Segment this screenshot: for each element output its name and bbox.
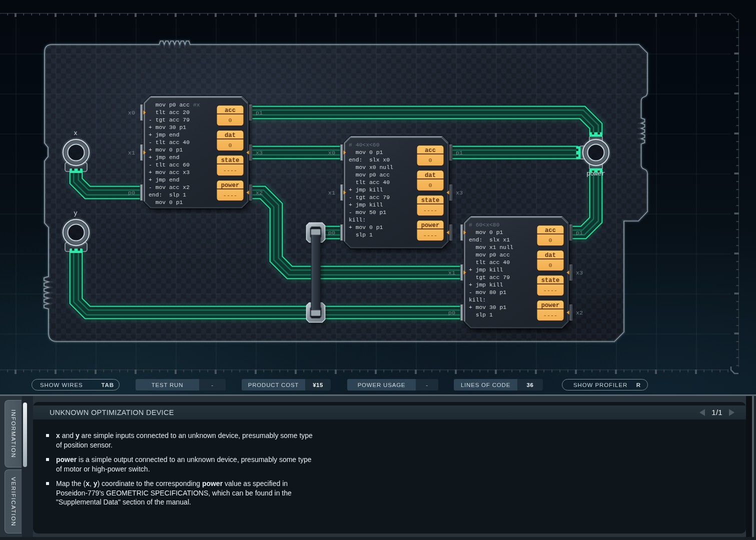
svg-text:0: 0 xyxy=(228,117,232,124)
svg-text:- mov 80 p1: - mov 80 p1 xyxy=(469,290,506,296)
svg-text:tgt acc 79: tgt acc 79 xyxy=(469,274,510,280)
svg-text:slp 1: slp 1 xyxy=(469,312,493,318)
svg-text:p1: p1 xyxy=(456,150,463,156)
svg-text:p0: p0 xyxy=(128,190,135,196)
svg-text:+ jmp kill: + jmp kill xyxy=(469,282,503,288)
svg-text:mov p0 acc #x: mov p0 acc #x xyxy=(149,102,200,108)
svg-text:acc: acc xyxy=(225,107,236,114)
svg-text:mov 0 p1: mov 0 p1 xyxy=(149,200,183,206)
svg-text:x: x xyxy=(74,130,78,137)
svg-text:- tgt acc 79: - tgt acc 79 xyxy=(349,194,390,200)
svg-text:p1: p1 xyxy=(256,110,263,116)
svg-text:- mov 50 p1: - mov 50 p1 xyxy=(349,210,386,216)
svg-text:0: 0 xyxy=(428,157,432,164)
svg-text:0: 0 xyxy=(548,262,552,269)
svg-text:x1: x1 xyxy=(328,190,335,196)
svg-text:x3: x3 xyxy=(456,190,463,196)
svg-text:x0: x0 xyxy=(128,110,135,116)
svg-text:+ mov 0 p1: + mov 0 p1 xyxy=(349,224,383,230)
svg-text:p0: p0 xyxy=(448,310,455,316)
svg-text:+ jmp end: + jmp end xyxy=(149,154,180,160)
svg-text:p0: p0 xyxy=(328,230,335,236)
svg-text:----: ---- xyxy=(223,192,237,199)
svg-text:power: power xyxy=(421,222,440,229)
svg-text:dat: dat xyxy=(545,252,556,259)
svg-text:acc: acc xyxy=(425,147,436,154)
svg-text:+ mov 0 p1: + mov 0 p1 xyxy=(149,147,183,153)
svg-text:----: ---- xyxy=(543,287,557,294)
svg-text:----: ---- xyxy=(223,167,237,174)
svg-text:mov p0 acc: mov p0 acc xyxy=(349,172,390,178)
svg-text:+ mov 30 p1: + mov 30 p1 xyxy=(469,304,506,310)
svg-text:p1: p1 xyxy=(576,230,583,236)
svg-text:x3: x3 xyxy=(256,150,263,156)
svg-text:+ jmp end: + jmp end xyxy=(149,177,180,183)
svg-text:x1: x1 xyxy=(448,270,455,276)
svg-text:# 60<x<80: # 60<x<80 xyxy=(469,222,500,228)
svg-text:+ jmp kill: + jmp kill xyxy=(469,267,503,273)
svg-text:mov 0 p1: mov 0 p1 xyxy=(469,230,503,236)
svg-text:+ jmp kill: + jmp kill xyxy=(349,202,383,208)
svg-text:power: power xyxy=(586,170,605,178)
svg-text:mov p0 acc: mov p0 acc xyxy=(469,252,510,258)
svg-text:power: power xyxy=(541,302,560,309)
svg-text:----: ---- xyxy=(423,232,437,239)
svg-text:slp 1: slp 1 xyxy=(349,232,373,238)
svg-text:+ jmp kill: + jmp kill xyxy=(349,187,383,193)
svg-text:mov x1 null: mov x1 null xyxy=(469,244,513,250)
svg-text:kill:: kill: xyxy=(349,217,366,223)
svg-text:tlt acc 40: tlt acc 40 xyxy=(469,260,510,266)
svg-text:state: state xyxy=(421,197,440,204)
svg-text:- tgt acc 79: - tgt acc 79 xyxy=(149,117,190,123)
svg-text:state: state xyxy=(221,157,240,164)
svg-text:acc: acc xyxy=(545,227,556,234)
svg-text:- mov acc x2: - mov acc x2 xyxy=(149,184,190,190)
svg-text:+ jmp end: + jmp end xyxy=(149,132,180,138)
svg-text:0: 0 xyxy=(428,182,432,189)
svg-text:0: 0 xyxy=(548,237,552,244)
svg-text:tlt acc 40: tlt acc 40 xyxy=(349,180,390,186)
svg-text:- tlt acc 40: - tlt acc 40 xyxy=(149,140,190,146)
svg-text:y: y xyxy=(74,210,78,217)
svg-text:end: slp 1: end: slp 1 xyxy=(149,192,186,198)
svg-text:+ mov acc x3: + mov acc x3 xyxy=(149,170,190,176)
svg-text:tlt acc 20: tlt acc 20 xyxy=(149,110,190,116)
svg-text:dat: dat xyxy=(225,132,236,139)
svg-text:----: ---- xyxy=(543,312,557,319)
svg-text:end: slx x1: end: slx x1 xyxy=(469,237,510,243)
svg-text:mov 0 p1: mov 0 p1 xyxy=(349,150,383,156)
svg-text:power: power xyxy=(221,182,240,189)
svg-text:- tlt acc 60: - tlt acc 60 xyxy=(149,162,190,168)
svg-text:end: slx x0: end: slx x0 xyxy=(349,157,390,163)
svg-text:# 40<x<60: # 40<x<60 xyxy=(349,142,380,148)
svg-text:kill:: kill: xyxy=(469,297,486,303)
svg-text:+ mov 30 p1: + mov 30 p1 xyxy=(149,124,186,130)
svg-text:x2: x2 xyxy=(576,310,583,316)
svg-text:x0: x0 xyxy=(328,150,335,156)
svg-text:state: state xyxy=(541,277,560,284)
svg-text:x3: x3 xyxy=(576,270,583,276)
svg-text:0: 0 xyxy=(228,142,232,149)
svg-text:mov x0 null: mov x0 null xyxy=(349,164,393,170)
svg-text:dat: dat xyxy=(425,172,436,179)
svg-text:x2: x2 xyxy=(256,190,263,196)
svg-text:----: ---- xyxy=(423,207,437,214)
svg-text:x1: x1 xyxy=(128,150,135,156)
